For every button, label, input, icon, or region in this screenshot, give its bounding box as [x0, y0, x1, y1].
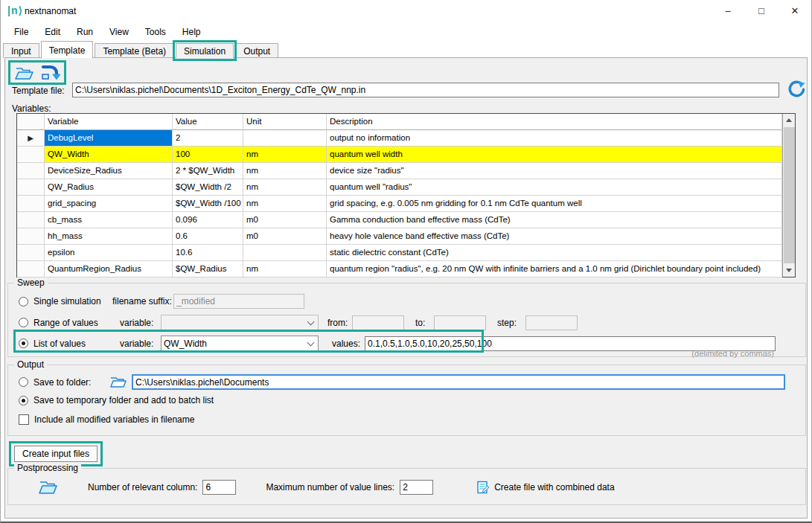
menu-help[interactable]: Help: [174, 25, 209, 39]
table-cell-value[interactable]: 10.6: [173, 245, 243, 261]
values-label: values:: [332, 338, 362, 349]
postprocessing-group-label: Postprocessing: [14, 463, 81, 473]
close-icon[interactable]: ✕: [783, 1, 807, 21]
row-header[interactable]: ▶: [17, 130, 45, 147]
table-cell-description[interactable]: device size "radius": [327, 163, 782, 179]
save-to-folder-radio[interactable]: [19, 377, 28, 387]
open-template-icon[interactable]: [14, 64, 34, 81]
table-cell-unit[interactable]: [243, 245, 327, 261]
table-cell-description[interactable]: output no information: [327, 130, 782, 147]
menu-edit[interactable]: Edit: [36, 25, 68, 39]
row-header[interactable]: [17, 212, 45, 228]
table-cell-description[interactable]: static dielectric constant (CdTe): [327, 245, 782, 261]
table-cell-unit[interactable]: nm: [243, 261, 327, 277]
column-header-description[interactable]: Description: [327, 114, 782, 130]
table-scrollbar[interactable]: [782, 114, 795, 277]
row-header[interactable]: [17, 196, 45, 212]
table-cell-unit[interactable]: nm: [243, 163, 327, 179]
template-tab-page: Template file: Variables: Variable Value…: [4, 57, 808, 519]
table-cell-variable[interactable]: QW_Width: [45, 147, 173, 163]
table-cell-unit[interactable]: nm: [243, 147, 327, 163]
table-cell-variable[interactable]: DebugLevel: [45, 130, 173, 147]
tab-output[interactable]: Output: [235, 43, 278, 58]
menu-tools[interactable]: Tools: [137, 25, 174, 39]
from-label: from:: [327, 318, 352, 328]
table-cell-variable[interactable]: QW_Radius: [45, 179, 173, 196]
tab-input[interactable]: Input: [3, 43, 39, 58]
list-of-values-radio[interactable]: [19, 338, 28, 348]
tab-template-beta[interactable]: Template (Beta): [95, 43, 174, 58]
list-variable-select[interactable]: QW_Width: [161, 336, 319, 351]
value-lines-input[interactable]: [400, 480, 433, 495]
scroll-down-icon[interactable]: [783, 264, 796, 277]
tab-simulation[interactable]: Simulation: [176, 43, 234, 58]
menu-view[interactable]: View: [101, 25, 137, 39]
table-cell-variable[interactable]: epsilon: [45, 245, 173, 261]
table-cell-variable[interactable]: hh_mass: [45, 228, 173, 245]
table-cell-description[interactable]: quantum well "radius": [327, 179, 782, 196]
output-group: Output Save to folder: Save to temporary…: [7, 365, 806, 436]
range-of-values-radio[interactable]: [19, 318, 28, 327]
table-cell-value[interactable]: 2: [173, 130, 243, 147]
table-cell-value[interactable]: 2 * $QW_Width: [173, 163, 243, 179]
relevant-column-input[interactable]: [202, 480, 236, 495]
column-header-value[interactable]: Value: [173, 114, 243, 130]
table-cell-value[interactable]: 100: [173, 147, 243, 163]
table-cell-value[interactable]: $QW_Radius: [173, 261, 243, 277]
table-cell-unit[interactable]: [243, 130, 327, 147]
scroll-up-icon[interactable]: [783, 114, 796, 126]
table-cell-unit[interactable]: nm: [243, 179, 327, 196]
menu-run[interactable]: Run: [68, 25, 101, 39]
postprocessing-folder-icon[interactable]: [38, 478, 58, 495]
single-simulation-radio[interactable]: [19, 297, 28, 307]
row-header[interactable]: [17, 245, 45, 261]
column-header-unit[interactable]: Unit: [243, 114, 327, 130]
output-folder-input[interactable]: [132, 374, 785, 390]
column-header-variable[interactable]: Variable: [45, 114, 173, 130]
template-file-input[interactable]: [72, 83, 779, 97]
table-cell-variable[interactable]: cb_mass: [45, 212, 173, 228]
table-cell-variable[interactable]: DeviceSize_Radius: [45, 163, 173, 179]
chevron-down-icon: [307, 318, 315, 326]
include-variables-checkbox[interactable]: [19, 414, 29, 425]
table-cell-unit[interactable]: m0: [243, 228, 327, 245]
table-cell-description[interactable]: quantum well width: [327, 147, 782, 163]
menu-file[interactable]: File: [6, 25, 36, 39]
table-cell-description[interactable]: quantum region "radius", e.g. 20 nm QW w…: [327, 261, 782, 277]
refresh-icon[interactable]: [787, 80, 806, 99]
save-temp-label: Save to temporary folder and add to batc…: [33, 395, 214, 405]
tab-template[interactable]: Template: [41, 41, 94, 58]
table-cell-description[interactable]: heavy hole valence band effective mass (…: [327, 228, 782, 245]
row-header[interactable]: [17, 179, 45, 196]
table-cell-value[interactable]: $QW_Width /100: [173, 196, 243, 212]
table-cell-unit[interactable]: nm: [243, 196, 327, 212]
row-header[interactable]: [17, 147, 45, 163]
row-header[interactable]: [17, 163, 45, 179]
save-temp-radio[interactable]: [19, 396, 28, 405]
table-cell-variable[interactable]: QuantumRegion_Radius: [45, 261, 173, 277]
table-cell-value[interactable]: $QW_Width /2: [173, 179, 243, 196]
table-cell-description[interactable]: Gamma conduction band effective mass (Cd…: [327, 212, 782, 228]
include-variables-row: Include all modified variables in filena…: [19, 414, 194, 425]
row-header[interactable]: [17, 228, 45, 245]
table-cell-unit[interactable]: m0: [243, 212, 327, 228]
row-header[interactable]: [17, 261, 45, 277]
list-of-values-label: List of values: [33, 338, 120, 349]
maximize-icon[interactable]: □: [749, 1, 773, 21]
scrollbar-thumb[interactable]: [784, 127, 795, 263]
table-cell-variable[interactable]: grid_spacing: [45, 196, 173, 212]
table-cell-value[interactable]: 0.6: [173, 228, 243, 245]
combined-data-icon[interactable]: [476, 481, 490, 494]
load-template-icon[interactable]: [40, 64, 60, 81]
list-variable-label: variable:: [120, 338, 157, 349]
minimize-icon[interactable]: –: [716, 1, 740, 21]
from-input: [352, 315, 404, 330]
include-variables-label: Include all modified variables in filena…: [34, 414, 194, 425]
browse-folder-icon[interactable]: [109, 375, 127, 389]
step-input: [525, 315, 578, 330]
table-cell-value[interactable]: 0.096: [173, 212, 243, 228]
table-cell-description[interactable]: grid spacing, e.g. 0.005 nm gridding for…: [327, 196, 782, 212]
output-group-label: Output: [14, 359, 47, 370]
save-to-folder-label: Save to folder:: [33, 377, 100, 388]
create-input-files-button[interactable]: Create input files: [14, 446, 97, 462]
